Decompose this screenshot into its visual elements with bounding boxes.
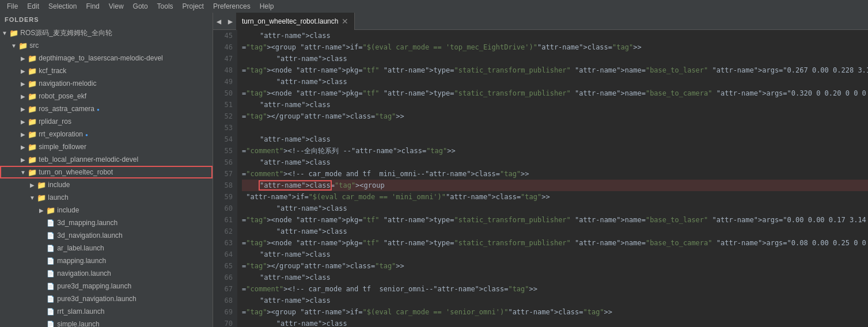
line-number-60: 60 — [218, 203, 233, 214]
code-line-46: "attr-name">class — [242, 53, 868, 64]
file-icon: 📄 — [46, 269, 55, 278]
tree-label: navigation.launch — [55, 269, 111, 277]
tree-label: kcf_track — [37, 67, 66, 75]
tree-item-teb_local_planner[interactable]: ▶📁 teb_local_planner-melodic-devel — [0, 153, 213, 166]
tree-label: launch — [46, 193, 69, 201]
tree-item-f3[interactable]: 📄 ar_label.launch — [0, 242, 213, 254]
tree-arrow: ▶ — [18, 104, 28, 113]
tree-item-root[interactable]: ▼📁 ROS源码_麦克姆姆轮_全向轮 — [0, 26, 213, 39]
line-number-55: 55 — [218, 145, 233, 157]
code-content[interactable]: "attr-name">class="tag"><group "attr-nam… — [237, 30, 868, 327]
menu-item-edit[interactable]: Edit — [22, 0, 44, 13]
tree-item-rrt_exploration[interactable]: ▶📁 rrt_exploration — [0, 128, 213, 140]
tree-label: rrt_exploration — [37, 130, 88, 138]
menu-item-preferences[interactable]: Preferences — [209, 0, 255, 13]
tree-arrow: ▶ — [18, 117, 28, 126]
tree-item-f8[interactable]: 📄 rrt_slam.launch — [0, 305, 213, 318]
folder-icon: 📁 — [28, 130, 37, 139]
menu-item-help[interactable]: Help — [255, 0, 279, 13]
sidebar: FOLDERS ▼📁 ROS源码_麦克姆姆轮_全向轮▼📁 src▶📁 depth… — [0, 13, 213, 327]
folder-icon: 📁 — [28, 142, 37, 151]
tree-item-f6[interactable]: 📄 pure3d_mapping.launch — [0, 280, 213, 292]
folder-icon: 📁 — [28, 92, 37, 101]
tree-label: simple_follower — [37, 143, 86, 151]
tree-arrow: ▶ — [18, 79, 28, 88]
code-line-45: "attr-name">class — [242, 30, 868, 41]
tree-item-rplidar_ros[interactable]: ▶📁 rplidar_ros — [0, 115, 213, 128]
tree-item-ros_astra_camera[interactable]: ▶📁 ros_astra_camera — [0, 102, 213, 115]
tree-item-simple_follower[interactable]: ▶📁 simple_follower — [0, 140, 213, 153]
menu-item-project[interactable]: Project — [178, 0, 209, 13]
tree-label: include — [55, 206, 79, 214]
code-line-48: "attr-name">class — [242, 99, 868, 111]
tree-arrow: ▼ — [28, 193, 37, 202]
tree-item-f4[interactable]: 📄 mapping.launch — [0, 254, 213, 267]
folder-icon: 📁 — [28, 155, 37, 164]
tree-label: robot_pose_ekf — [37, 92, 86, 100]
line-numbers: 45 46 47 48 49 50 51 52 53 54 55 56 57 5… — [213, 30, 237, 327]
tree-item-launch_include[interactable]: ▶📁 include — [0, 204, 213, 216]
tree-arrow: ▼ — [18, 168, 28, 177]
tree-item-depthimage[interactable]: ▶📁 depthimage_to_laserscan-melodic-devel — [0, 52, 213, 64]
tree-item-f5[interactable]: 📄 navigation.launch — [0, 267, 213, 280]
menu-item-selection[interactable]: Selection — [44, 0, 81, 13]
menu-item-goto[interactable]: Goto — [128, 0, 153, 13]
menu-item-view[interactable]: View — [104, 0, 128, 13]
menu-item-tools[interactable]: Tools — [153, 0, 178, 13]
tree-label: ROS源码_麦克姆姆轮_全向轮 — [18, 28, 112, 38]
line-number-61: 61 — [218, 214, 233, 226]
line-number-65: 65 — [218, 260, 233, 272]
menu-item-file[interactable]: File — [2, 0, 22, 13]
tree-item-src[interactable]: ▼📁 src — [0, 39, 213, 52]
tab-bar: ◀ ▶ turn_on_wheeltec_robot.launch ✕ — [213, 13, 868, 30]
menu-bar: FileEditSelectionFindViewGotoToolsProjec… — [0, 0, 868, 13]
tree-label: mapping.launch — [55, 257, 106, 265]
tree-item-f7[interactable]: 📄 pure3d_navigation.launch — [0, 292, 213, 305]
file-icon: 📄 — [46, 244, 55, 253]
tree-label: include — [46, 181, 70, 189]
line-number-52: 52 — [218, 111, 233, 122]
tree-item-f2[interactable]: 📄 3d_navigation.launch — [0, 229, 213, 242]
menu-item-find[interactable]: Find — [81, 0, 104, 13]
tab-nav-right[interactable]: ▶ — [225, 13, 236, 30]
code-area: 45 46 47 48 49 50 51 52 53 54 55 56 57 5… — [213, 30, 868, 327]
tree-item-launch[interactable]: ▼📁 launch — [0, 191, 213, 204]
tree-item-navigation[interactable]: ▶📁 navigation-melodic — [0, 77, 213, 90]
tree-arrow: ▶ — [18, 130, 28, 139]
tree-label: pure3d_navigation.launch — [55, 295, 137, 303]
tree-label: turn_on_wheeltec_robot — [37, 168, 113, 176]
file-tree: ▼📁 ROS源码_麦克姆姆轮_全向轮▼📁 src▶📁 depthimage_to… — [0, 26, 213, 327]
tree-arrow: ▼ — [0, 28, 9, 37]
tree-item-robot_pose_ekf[interactable]: ▶📁 robot_pose_ekf — [0, 90, 213, 102]
tree-item-f9[interactable]: 📄 simple.launch — [0, 318, 213, 327]
line-number-59: 59 — [218, 191, 233, 203]
folder-icon: 📁 — [46, 206, 55, 215]
folder-icon: 📁 — [18, 41, 28, 50]
line-number-67: 67 — [218, 283, 233, 295]
tree-arrow-placeholder — [37, 307, 46, 316]
folder-icon: 📁 — [28, 54, 37, 63]
line-number-56: 56 — [218, 157, 233, 168]
line-number-47: 47 — [218, 53, 233, 64]
line-number-70: 70 — [218, 318, 233, 327]
code-line-58: "attr-name">class — [242, 318, 868, 327]
code-line-54: "attr-name">class — [242, 226, 868, 237]
tab-nav-left[interactable]: ◀ — [213, 13, 225, 30]
line-number-66: 66 — [218, 272, 233, 283]
tree-arrow: ▶ — [18, 155, 28, 164]
line-number-50: 50 — [218, 88, 233, 99]
tree-arrow-placeholder — [37, 294, 46, 303]
tree-item-include[interactable]: ▶📁 include — [0, 178, 213, 191]
tree-arrow: ▶ — [18, 66, 28, 75]
line-number-48: 48 — [218, 64, 233, 76]
tree-arrow-placeholder — [37, 282, 46, 291]
editor-tab-active[interactable]: turn_on_wheeltec_robot.launch ✕ — [236, 13, 355, 30]
tab-close-button[interactable]: ✕ — [342, 17, 348, 26]
file-icon: 📄 — [46, 256, 55, 265]
tree-item-f1[interactable]: 📄 3d_mapping.launch — [0, 216, 213, 229]
line-number-69: 69 — [218, 306, 233, 318]
folder-icon: 📁 — [28, 104, 37, 113]
tree-item-kcf_track[interactable]: ▶📁 kcf_track — [0, 64, 213, 77]
tree-item-turn_on_wheeltec_robot[interactable]: ▼📁 turn_on_wheeltec_robot — [0, 166, 213, 178]
tree-arrow-placeholder — [37, 256, 46, 265]
